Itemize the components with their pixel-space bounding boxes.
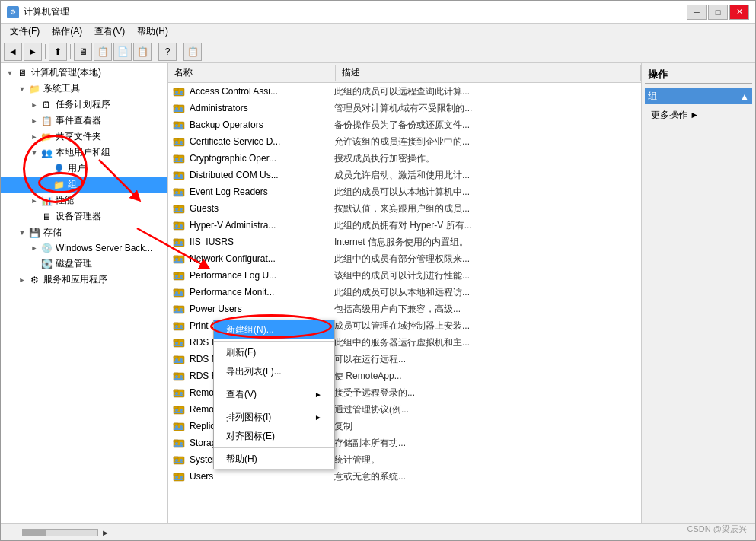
table-row[interactable]: Power Users包括高级用户向下兼容，高级... bbox=[168, 301, 641, 317]
title-bar: ⚙ 计算机管理 ─ □ ✕ bbox=[1, 1, 755, 24]
col-header-name[interactable]: 名称 bbox=[168, 65, 336, 81]
svg-rect-79 bbox=[174, 306, 178, 308]
toolbar-btn5[interactable]: 📋 bbox=[183, 43, 202, 61]
table-row[interactable]: Access Control Assi...此组的成员可以远程查询此计算... bbox=[168, 83, 641, 100]
menu-file[interactable]: 文件(F) bbox=[4, 24, 46, 40]
ctx-new-group[interactable]: 新建组(N)... bbox=[214, 320, 334, 339]
row-desc: 按默认值，来宾跟用户组的成员... bbox=[331, 202, 641, 215]
table-row[interactable]: Performance Monit...此组的成员可以从本地和远程访... bbox=[168, 284, 641, 301]
sidebar-item-device[interactable]: 🖥 设备管理器 bbox=[1, 208, 167, 224]
group-row-icon bbox=[171, 201, 187, 216]
row-name: Distributed COM Us... bbox=[187, 170, 331, 180]
svg-rect-43 bbox=[174, 205, 178, 208]
table-row[interactable]: Guests按默认值，来宾跟用户组的成员... bbox=[168, 200, 641, 217]
row-name: Administrators bbox=[187, 103, 331, 113]
table-row[interactable]: IIS_IUSRSInternet 信息服务使用的内置组。 bbox=[168, 234, 641, 250]
menu-help[interactable]: 帮助(H) bbox=[131, 24, 174, 40]
toolbar-show-hide[interactable]: 🖥 bbox=[74, 43, 92, 61]
table-row[interactable]: Administrators管理员对计算机/域有不受限制的... bbox=[168, 100, 641, 116]
svg-point-14 bbox=[175, 124, 178, 127]
ctx-align[interactable]: 对齐图标(E) bbox=[214, 427, 334, 446]
toolbar: ◄ ► ⬆ 🖥 📋 📄 📋 ? 📋 bbox=[1, 40, 755, 63]
sidebar-label-groups: 组 bbox=[68, 178, 77, 191]
sidebar-item-users[interactable]: 👤 用户 bbox=[1, 161, 167, 177]
sidebar-item-groups[interactable]: 📁 组 bbox=[1, 177, 167, 193]
svg-point-129 bbox=[180, 442, 183, 445]
more-actions-label: 更多操作 bbox=[651, 110, 687, 120]
sidebar-item-root[interactable]: ▼ 🖥 计算机管理(本地) bbox=[1, 65, 167, 81]
table-row[interactable]: Cryptographic Oper...授权成员执行加密操作。 bbox=[168, 150, 641, 167]
group-row-icon bbox=[171, 402, 187, 417]
svg-point-26 bbox=[175, 158, 178, 161]
menu-view[interactable]: 查看(V) bbox=[88, 24, 131, 40]
svg-point-123 bbox=[180, 425, 183, 428]
toolbar-up[interactable]: ⬆ bbox=[49, 43, 67, 61]
row-name: IIS_IUSRS bbox=[187, 237, 331, 247]
scrollbar-thumb bbox=[23, 530, 46, 536]
minimize-button[interactable]: ─ bbox=[687, 5, 707, 20]
group-row-icon bbox=[171, 285, 187, 300]
svg-point-135 bbox=[180, 459, 183, 462]
svg-rect-25 bbox=[174, 155, 178, 158]
sidebar-item-shared[interactable]: ► 📂 共享文件夹 bbox=[1, 129, 167, 145]
sidebar-item-storage[interactable]: ▼ 💾 存储 bbox=[1, 224, 167, 240]
row-desc: 授权成员执行加密操作。 bbox=[331, 152, 641, 165]
sidebar-label-shared: 共享文件夹 bbox=[56, 130, 101, 143]
sidebar-item-backup[interactable]: ► 💿 Windows Server Back... bbox=[1, 240, 167, 256]
toolbar-help[interactable]: ? bbox=[158, 43, 177, 61]
toolbar-btn4[interactable]: 📋 bbox=[133, 43, 152, 61]
row-desc: 包括高级用户向下兼容，高级... bbox=[331, 303, 641, 316]
svg-rect-139 bbox=[174, 473, 178, 476]
svg-rect-94 bbox=[174, 345, 179, 346]
svg-point-75 bbox=[180, 291, 183, 294]
sidebar-item-services[interactable]: ► ⚙ 服务和应用程序 bbox=[1, 272, 167, 288]
ctx-arrange[interactable]: 排列图标(I) ► bbox=[214, 408, 334, 427]
svg-rect-16 bbox=[174, 127, 179, 129]
sidebar-label-backup: Windows Server Back... bbox=[56, 243, 152, 253]
watermark: CSDN @梁辰兴 bbox=[687, 523, 747, 535]
toolbar-forward[interactable]: ► bbox=[24, 43, 42, 61]
table-row[interactable]: Users意或无意的系统... bbox=[168, 468, 641, 485]
right-panel-more-actions[interactable]: 更多操作 ► bbox=[645, 107, 752, 123]
sidebar-item-event-viewer[interactable]: ► 📋 事件查看器 bbox=[1, 113, 167, 129]
table-row[interactable]: Hyper-V Administra...此组的成员拥有对 Hyper-V 所有… bbox=[168, 217, 641, 234]
table-row[interactable]: Distributed COM Us...成员允许启动、激活和使用此计... bbox=[168, 167, 641, 183]
scrollbar[interactable] bbox=[22, 529, 98, 536]
sidebar-label-services: 服务和应用程序 bbox=[43, 273, 107, 286]
menu-action[interactable]: 操作(A) bbox=[46, 24, 88, 40]
svg-rect-131 bbox=[179, 445, 183, 447]
ctx-help[interactable]: 帮助(H) bbox=[214, 450, 334, 469]
toolbar-btn2[interactable]: 📋 bbox=[94, 43, 112, 61]
table-row[interactable]: Performance Log U...该组中的成员可以计划进行性能... bbox=[168, 267, 641, 284]
svg-rect-65 bbox=[179, 261, 183, 263]
row-desc: 此组的成员可以远程查询此计算... bbox=[331, 85, 641, 98]
close-button[interactable]: ✕ bbox=[729, 5, 749, 20]
ctx-export[interactable]: 导出列表(L)... bbox=[214, 362, 334, 381]
sidebar-label-storage: 存储 bbox=[43, 226, 62, 239]
ctx-refresh[interactable]: 刷新(F) bbox=[214, 343, 334, 362]
expand-root: ▼ bbox=[4, 67, 16, 79]
ctx-align-label: 对齐图标(E) bbox=[226, 430, 275, 443]
svg-rect-7 bbox=[174, 105, 178, 107]
row-desc: 通过管理协议(例... bbox=[331, 403, 641, 416]
sidebar-item-performance[interactable]: ► 📊 性能 bbox=[1, 193, 167, 208]
col-header-desc[interactable]: 描述 bbox=[336, 65, 641, 81]
table-row[interactable]: Certificate Service D...允许该组的成员连接到企业中的..… bbox=[168, 133, 641, 150]
table-row[interactable]: Backup Operators备份操作员为了备份或还原文件... bbox=[168, 116, 641, 133]
toolbar-back[interactable]: ◄ bbox=[4, 43, 22, 61]
toolbar-btn3[interactable]: 📄 bbox=[113, 43, 132, 61]
sidebar-item-disk[interactable]: 💽 磁盘管理 bbox=[1, 256, 167, 272]
ctx-view[interactable]: 查看(V) ► bbox=[214, 385, 334, 404]
row-name: Cryptographic Oper... bbox=[187, 153, 331, 164]
scrollbar-arrow-right[interactable]: ► bbox=[101, 528, 110, 537]
maximize-button[interactable]: □ bbox=[708, 5, 728, 20]
row-desc: 此组的成员可以从本地计算机中... bbox=[331, 186, 641, 199]
device-icon: 🖥 bbox=[40, 211, 53, 223]
sidebar-item-task-scheduler[interactable]: ► 🗓 任务计划程序 bbox=[1, 97, 167, 113]
table-row[interactable]: Event Log Readers此组的成员可以从本地计算机中... bbox=[168, 183, 641, 200]
table-row[interactable]: Network Configurat...此组中的成员有部分管理权限来... bbox=[168, 250, 641, 267]
sidebar-item-system-tools[interactable]: ▼ 📁 系统工具 bbox=[1, 81, 167, 97]
svg-rect-28 bbox=[174, 161, 179, 162]
svg-point-134 bbox=[175, 459, 178, 462]
sidebar-item-local-users[interactable]: ▼ 👥 本地用户和组 bbox=[1, 145, 167, 161]
